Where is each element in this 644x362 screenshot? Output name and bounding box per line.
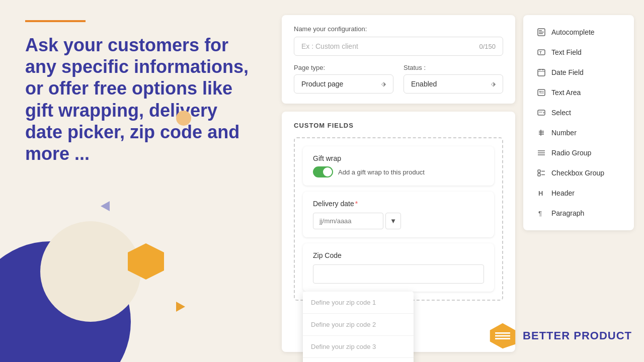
config-name-input[interactable]: Ex : Custom client 0/150 (294, 37, 503, 56)
hexagon-icon (126, 241, 166, 282)
dot-orange (176, 111, 191, 126)
main-content: Name your configuration: Ex : Custom cli… (282, 15, 515, 352)
sidebar-item-radio-group[interactable]: Radio Group (531, 144, 626, 162)
page-type-select[interactable]: Product page ⬗ (294, 74, 393, 94)
status-value: Enabled (411, 80, 437, 88)
autocomplete-icon (536, 27, 546, 37)
svg-rect-3 (539, 32, 544, 33)
delivery-date-label: Delivery date* (313, 200, 484, 208)
page-type-arrow-icon: ⬗ (381, 80, 386, 87)
svg-rect-4 (539, 33, 543, 34)
status-arrow-icon: ⬗ (491, 80, 496, 87)
zip-dropdown-item-3[interactable]: Define your zip code 3 (303, 336, 414, 358)
radio-group-label: Radio Group (551, 149, 591, 157)
config-name-count: 0/150 (479, 43, 496, 50)
right-panel: Name your configuration: Ex : Custom cli… (272, 0, 644, 362)
delivery-date-field: Delivery date* ▼ (303, 192, 494, 237)
config-name-label: Name your configuration: (294, 25, 503, 33)
hero-text: Ask your customers for any specific info… (25, 34, 252, 164)
logo-hexagon (489, 322, 517, 350)
required-star: * (355, 200, 358, 208)
sidebar-item-text-area[interactable]: T Text Area (531, 83, 626, 102)
triangle-right-icon (176, 302, 185, 312)
toggle-row: Add a gift wrap to this product (313, 166, 484, 177)
delivery-date-input[interactable] (313, 213, 383, 229)
zip-dropdown-item-2[interactable]: Define your zip code 2 (303, 314, 414, 336)
gift-wrap-field: Gift wrap Add a gift wrap to this produc… (303, 146, 494, 186)
right-sidebar: Autocomplete T Text Field Dat (523, 15, 634, 230)
config-card: Name your configuration: Ex : Custom cli… (282, 15, 515, 104)
number-icon (536, 128, 546, 138)
svg-marker-17 (543, 112, 544, 114)
date-field-label: Date Field (551, 68, 584, 76)
toggle-knob (323, 167, 332, 176)
svg-rect-2 (539, 30, 542, 31)
sidebar-item-paragraph[interactable]: ¶ Paragraph (531, 204, 626, 222)
svg-text:¶: ¶ (538, 210, 542, 217)
checkbox-group-label: Checkbox Group (551, 169, 604, 177)
orange-line (25, 20, 86, 22)
zip-dropdown-item-1[interactable]: Define your zip code 1 (303, 292, 414, 314)
sidebar-item-checkbox-group[interactable]: Checkbox Group (531, 164, 626, 182)
status-field: Status : Enabled ⬗ (404, 64, 503, 94)
zip-code-field: Zip Code Define your zip code 1 Define y… (303, 243, 494, 292)
drop-area[interactable]: Gift wrap Add a gift wrap to this produc… (294, 137, 503, 301)
sidebar-item-number[interactable]: Number (531, 124, 626, 142)
svg-rect-27 (538, 173, 540, 176)
select-label: Select (551, 109, 571, 117)
autocomplete-label: Autocomplete (551, 28, 595, 36)
page-type-field: Page type: Product page ⬗ (294, 64, 393, 94)
number-label: Number (551, 129, 577, 137)
svg-text:H: H (538, 190, 543, 197)
page-type-value: Product page (301, 80, 343, 88)
config-name-placeholder: Ex : Custom client (301, 42, 358, 50)
svg-text:T: T (539, 50, 542, 55)
sidebar-item-autocomplete[interactable]: Autocomplete (531, 23, 626, 41)
header-label: Header (551, 189, 575, 197)
zip-code-input[interactable] (313, 264, 484, 284)
svg-rect-7 (538, 69, 545, 76)
svg-text:T: T (539, 90, 541, 95)
gift-wrap-title: Gift wrap (313, 154, 484, 162)
sidebar-item-text-field[interactable]: T Text Field (531, 43, 626, 61)
logo-area: BETTER PRODUCT (489, 322, 632, 350)
sidebar-item-date-field[interactable]: Date Field (531, 63, 626, 81)
header-icon: H (536, 188, 546, 198)
page-type-label: Page type: (294, 64, 393, 71)
status-label: Status : (404, 64, 503, 71)
status-select[interactable]: Enabled ⬗ (404, 74, 503, 94)
text-area-label: Text Area (551, 88, 581, 97)
svg-marker-0 (128, 243, 164, 280)
select-icon (536, 108, 546, 118)
gift-wrap-toggle-text: Add a gift wrap to this product (338, 168, 425, 176)
svg-rect-25 (538, 170, 540, 172)
custom-fields-title: CUSTOM FIELDS (294, 122, 503, 129)
zip-dropdown: Define your zip code 1 Define your zip c… (303, 292, 414, 362)
paragraph-label: Paragraph (551, 209, 584, 217)
custom-fields-card: CUSTOM FIELDS Gift wrap Add a gift wrap … (282, 112, 515, 352)
paragraph-icon: ¶ (536, 208, 546, 218)
text-area-icon: T (536, 87, 546, 98)
triangle-left-icon (101, 201, 110, 211)
logo-text: BETTER PRODUCT (523, 329, 632, 342)
left-panel: Ask your customers for any specific info… (0, 0, 272, 362)
config-row: Page type: Product page ⬗ Status : Enabl… (294, 64, 503, 94)
date-input-row: ▼ (313, 213, 484, 229)
radio-group-icon (536, 148, 546, 158)
sidebar-item-select[interactable]: Select (531, 104, 626, 122)
text-field-icon: T (536, 47, 546, 57)
gift-wrap-toggle[interactable] (313, 166, 333, 177)
zip-code-label: Zip Code (313, 251, 484, 259)
delivery-date-calendar-button[interactable]: ▼ (385, 213, 401, 229)
zip-dropdown-item-4[interactable]: Define your zip code 4 (303, 358, 414, 362)
checkbox-group-icon (536, 168, 546, 178)
sidebar-item-header[interactable]: H Header (531, 184, 626, 202)
text-field-label: Text Field (551, 48, 582, 56)
date-field-icon (536, 67, 546, 77)
